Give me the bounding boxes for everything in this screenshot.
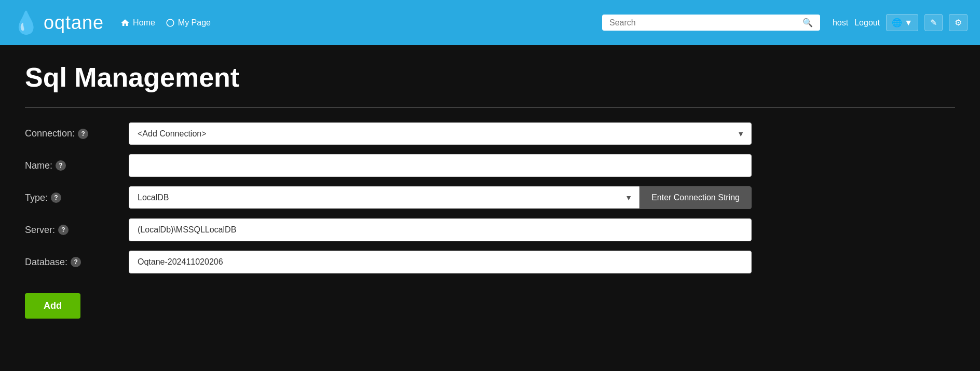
type-select-wrapper: LocalDB ▼ xyxy=(129,186,639,209)
logout-link[interactable]: Logout xyxy=(854,18,880,28)
mypage-link[interactable]: My Page xyxy=(166,18,211,28)
add-button[interactable]: Add xyxy=(25,293,80,319)
connection-dropdown: <Add Connection> ▼ xyxy=(129,122,752,145)
server-row: Server: ? xyxy=(25,218,752,241)
connection-help-icon[interactable]: ? xyxy=(78,129,88,139)
name-row: Name: ? xyxy=(25,154,752,177)
database-label: Database: ? xyxy=(25,257,129,268)
globe-icon: 🌐 xyxy=(892,18,902,28)
type-select[interactable]: LocalDB xyxy=(129,186,639,209)
page-title: Sql Management xyxy=(25,62,955,93)
server-label: Server: ? xyxy=(25,225,129,236)
database-help-icon[interactable]: ? xyxy=(71,257,81,267)
chevron-down-icon: ▼ xyxy=(904,18,913,28)
enter-connection-string-button[interactable]: Enter Connection String xyxy=(639,186,752,209)
connection-label: Connection: ? xyxy=(25,128,129,139)
server-input[interactable] xyxy=(129,218,752,241)
home-icon xyxy=(120,18,130,28)
database-row: Database: ? xyxy=(25,251,752,273)
nav-links: Home My Page xyxy=(120,18,590,28)
type-help-icon[interactable]: ? xyxy=(51,193,61,203)
type-label: Type: ? xyxy=(25,193,129,203)
drop-icon: 💧 xyxy=(12,12,39,34)
connection-row: Connection: ? <Add Connection> ▼ xyxy=(25,122,752,145)
settings-button[interactable]: ⚙ xyxy=(949,14,968,31)
form-section: Connection: ? <Add Connection> ▼ Name: ? xyxy=(25,122,752,319)
name-input[interactable] xyxy=(129,154,752,177)
username-label: host xyxy=(833,18,848,28)
home-link[interactable]: Home xyxy=(120,18,155,28)
type-row-wrapper: LocalDB ▼ Enter Connection String xyxy=(129,186,752,209)
connection-select[interactable]: <Add Connection> xyxy=(129,122,752,145)
name-label: Name: ? xyxy=(25,160,129,171)
navbar-right: host Logout 🌐 ▼ ✎ ⚙ xyxy=(833,14,968,31)
search-input[interactable] xyxy=(609,18,798,28)
name-input-wrapper xyxy=(129,154,752,177)
edit-button[interactable]: ✎ xyxy=(924,14,943,31)
globe-button[interactable]: 🌐 ▼ xyxy=(886,14,918,31)
server-help-icon[interactable]: ? xyxy=(58,225,69,235)
server-input-wrapper xyxy=(129,218,752,241)
brand-name: oqtane xyxy=(44,12,104,34)
search-icon: 🔍 xyxy=(802,18,813,28)
name-help-icon[interactable]: ? xyxy=(56,160,66,171)
navbar: 💧 oqtane Home My Page 🔍 host Logout 🌐 ▼ … xyxy=(0,0,980,45)
circle-icon xyxy=(166,18,175,28)
type-row: Type: ? LocalDB ▼ Enter Connection Strin… xyxy=(25,186,752,209)
main-content: Sql Management Connection: ? <Add Connec… xyxy=(0,45,980,371)
brand-logo[interactable]: 💧 oqtane xyxy=(12,12,104,34)
database-input[interactable] xyxy=(129,251,752,273)
pencil-icon: ✎ xyxy=(930,18,937,28)
divider xyxy=(25,107,955,108)
search-container: 🔍 xyxy=(602,15,820,31)
connection-select-wrapper: <Add Connection> ▼ xyxy=(129,122,752,145)
database-input-wrapper xyxy=(129,251,752,273)
gear-icon: ⚙ xyxy=(955,18,962,28)
